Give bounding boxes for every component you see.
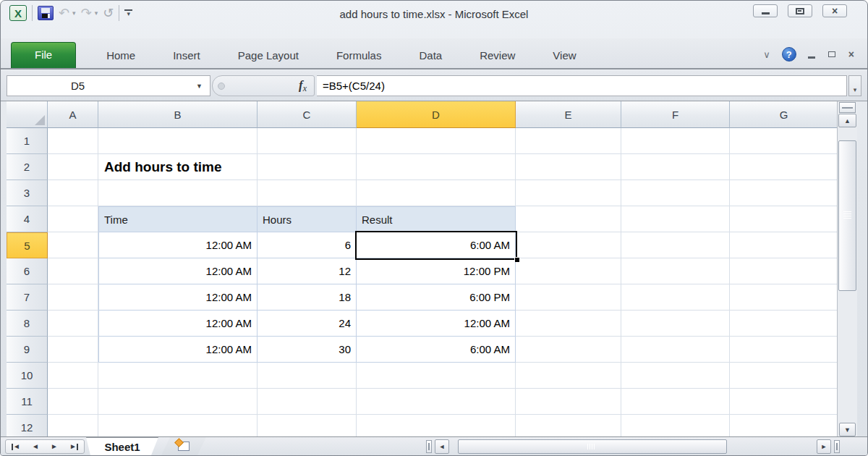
- workbook-minimize-icon[interactable]: [808, 56, 815, 59]
- insert-worksheet-tab[interactable]: [161, 437, 206, 455]
- cell-B9[interactable]: 12:00 AM: [98, 337, 258, 363]
- horizontal-split-handle[interactable]: [834, 440, 840, 453]
- cell-B1[interactable]: [98, 128, 258, 154]
- cell-B5[interactable]: 12:00 AM: [98, 232, 258, 258]
- cell-D6[interactable]: 12:00 PM: [357, 258, 516, 284]
- cell-C8[interactable]: 24: [258, 311, 357, 337]
- cell-D7[interactable]: 6:00 PM: [357, 284, 516, 311]
- row-header-8[interactable]: 8: [7, 311, 48, 337]
- cell-E10[interactable]: [516, 363, 621, 389]
- cell-E1[interactable]: [516, 128, 621, 154]
- column-header-E[interactable]: E: [516, 101, 621, 128]
- row-header-6[interactable]: 6: [7, 258, 48, 284]
- column-header-C[interactable]: C: [258, 101, 357, 128]
- cell-A5[interactable]: [48, 232, 98, 258]
- scroll-up-icon[interactable]: ▲: [838, 114, 856, 127]
- row-header-1[interactable]: 1: [7, 128, 48, 154]
- row-header-11[interactable]: 11: [7, 389, 48, 415]
- cell-C6[interactable]: 12: [258, 258, 357, 284]
- column-header-G[interactable]: G: [730, 101, 838, 128]
- cell-D10[interactable]: [357, 363, 516, 389]
- column-header-A[interactable]: A: [48, 101, 98, 128]
- cell-D5[interactable]: 6:00 AM: [357, 232, 516, 258]
- cell-D4[interactable]: Result: [357, 206, 516, 232]
- ribbon-tab-view[interactable]: View: [534, 43, 595, 68]
- cell-C9[interactable]: 30: [258, 337, 357, 363]
- cell-C11[interactable]: [258, 389, 357, 415]
- workbook-close-icon[interactable]: ×: [848, 48, 854, 60]
- cell-F7[interactable]: [621, 284, 730, 311]
- cell-C2[interactable]: [258, 154, 357, 180]
- cell-A7[interactable]: [48, 284, 98, 311]
- cell-B11[interactable]: [98, 389, 258, 415]
- cell-A11[interactable]: [48, 389, 98, 415]
- cell-F10[interactable]: [621, 363, 730, 389]
- cell-G1[interactable]: [730, 128, 838, 154]
- insert-function-icon[interactable]: fx: [299, 78, 307, 94]
- cell-C5[interactable]: 6: [258, 232, 357, 258]
- cell-G10[interactable]: [730, 363, 838, 389]
- cell-F11[interactable]: [621, 389, 730, 415]
- row-header-12[interactable]: 12: [7, 415, 48, 436]
- row-header-5[interactable]: 5: [7, 232, 48, 258]
- cell-B4[interactable]: Time: [98, 206, 258, 232]
- cell-E6[interactable]: [516, 258, 621, 284]
- cell-E12[interactable]: [516, 415, 621, 436]
- cell-D2[interactable]: [357, 154, 516, 180]
- expand-formula-bar-icon[interactable]: ▾: [848, 75, 861, 96]
- cell-D12[interactable]: [357, 415, 516, 436]
- cell-E8[interactable]: [516, 311, 621, 337]
- last-sheet-icon[interactable]: ►: [69, 443, 78, 450]
- name-box-dropdown-icon[interactable]: ▼: [196, 83, 203, 90]
- row-header-4[interactable]: 4: [7, 206, 48, 232]
- cell-B6[interactable]: 12:00 AM: [98, 258, 258, 284]
- cell-F4[interactable]: [621, 206, 730, 232]
- cell-A8[interactable]: [48, 311, 98, 337]
- workbook-restore-icon[interactable]: [828, 51, 835, 57]
- next-sheet-icon[interactable]: ►: [51, 443, 58, 450]
- cell-A3[interactable]: [48, 180, 98, 206]
- cell-F1[interactable]: [621, 128, 730, 154]
- cell-E9[interactable]: [516, 337, 621, 363]
- column-header-F[interactable]: F: [621, 101, 730, 128]
- vertical-scroll-track[interactable]: [838, 140, 856, 422]
- cell-F6[interactable]: [621, 258, 730, 284]
- vertical-scroll-thumb[interactable]: [838, 140, 856, 291]
- cell-A4[interactable]: [48, 206, 98, 232]
- cell-G6[interactable]: [730, 258, 838, 284]
- cell-F8[interactable]: [621, 311, 730, 337]
- cell-G9[interactable]: [730, 337, 838, 363]
- column-header-D[interactable]: D: [357, 101, 516, 128]
- ribbon-tab-data[interactable]: Data: [400, 43, 461, 68]
- cell-A12[interactable]: [48, 415, 98, 436]
- cell-E11[interactable]: [516, 389, 621, 415]
- cell-B10[interactable]: [98, 363, 258, 389]
- cell-D3[interactable]: [357, 180, 516, 206]
- cell-A2[interactable]: [48, 154, 98, 180]
- cell-G8[interactable]: [730, 311, 838, 337]
- cell-C7[interactable]: 18: [258, 284, 357, 311]
- ribbon-tab-home[interactable]: Home: [88, 43, 154, 68]
- tab-split-handle[interactable]: [426, 440, 432, 453]
- cell-C3[interactable]: [258, 180, 357, 206]
- ribbon-tab-page-layout[interactable]: Page Layout: [219, 43, 318, 68]
- select-all-corner[interactable]: [7, 101, 48, 128]
- ribbon-tab-review[interactable]: Review: [461, 43, 534, 68]
- row-header-9[interactable]: 9: [7, 337, 48, 363]
- cell-F12[interactable]: [621, 415, 730, 436]
- restore-button[interactable]: [788, 4, 812, 17]
- cell-E3[interactable]: [516, 180, 621, 206]
- formula-input[interactable]: =B5+(C5/24): [317, 75, 847, 96]
- cell-G5[interactable]: [730, 232, 838, 258]
- cell-F3[interactable]: [621, 180, 730, 206]
- cell-E2[interactable]: [516, 154, 621, 180]
- column-header-B[interactable]: B: [98, 101, 258, 128]
- vertical-split-handle[interactable]: [839, 102, 856, 113]
- minimize-ribbon-icon[interactable]: ∨: [763, 49, 770, 60]
- cell-G12[interactable]: [730, 415, 838, 436]
- horizontal-scroll-thumb[interactable]: [458, 439, 727, 454]
- cell-E5[interactable]: [516, 232, 621, 258]
- row-header-2[interactable]: 2: [7, 154, 48, 180]
- row-header-3[interactable]: 3: [7, 180, 48, 206]
- cell-E4[interactable]: [516, 206, 621, 232]
